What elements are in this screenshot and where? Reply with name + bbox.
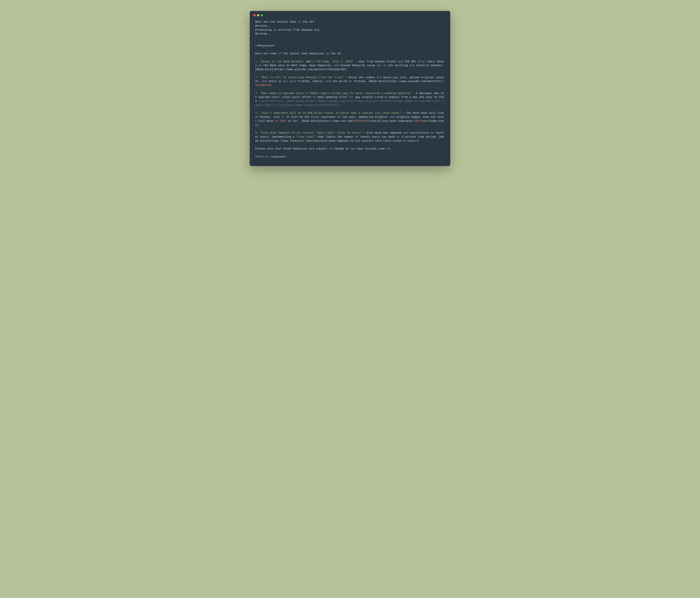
title-bar [250, 11, 450, 18]
token-default [258, 76, 260, 79]
token-default: -users/) [406, 140, 419, 142]
token-default: that limits the number [316, 135, 355, 138]
token-number: 2023 [414, 120, 421, 123]
token-keyword: after [418, 60, 426, 63]
token-keyword: with [290, 80, 296, 83]
token-default [381, 64, 383, 67]
blank-line [255, 36, 445, 40]
blank-line [255, 107, 445, 111]
token-default: the latest news headlines [281, 52, 326, 55]
terminal-line: Here are some of the latest news headlin… [255, 52, 445, 56]
token-string: "Man named in Supreme Court's LGBTQ righ… [260, 92, 411, 95]
token-default: - Enjoy the videos [344, 76, 377, 79]
token-number: 1. [255, 60, 258, 63]
token-default: the world [331, 80, 349, 83]
terminal-line: Please note that these headlines are sub… [255, 147, 445, 151]
token-default: IYO SKY [403, 60, 418, 63]
token-default: == [255, 155, 258, 158]
token-keyword: and [334, 64, 339, 67]
terminal-line: 4. "July's supermoon will be 14,000 mile… [255, 111, 445, 127]
token-default: It will be the first supermoon [285, 116, 337, 119]
token-default [258, 92, 260, 95]
token-keyword: and [262, 80, 267, 83]
token-keyword: to [312, 96, 316, 99]
token-keyword: new [403, 131, 408, 134]
token-keyword: of [337, 116, 341, 119]
token-default: - Elon Musk has imposed [362, 131, 403, 134]
token-default: - The buck moon will rise [401, 111, 446, 115]
token-default: Here are some [255, 52, 278, 55]
token-string: "Elon Musk Imposes Strict Twitter 'Rate … [260, 131, 362, 134]
token-default: YouTube. [Read more](https://www.youtube… [352, 80, 441, 83]
token-keyword: of [265, 155, 268, 158]
token-string: "Xbox vs FTC: 12 Surprising Reveals From… [260, 76, 344, 79]
token-keyword: of [383, 64, 386, 67]
token-default: Working... [255, 24, 272, 27]
token-number: 2023 [354, 120, 360, 123]
terminal-line: 3. "Man named in Supreme Court's LGBTQ r… [255, 92, 445, 107]
token-default: the US? [301, 20, 314, 23]
token-default: news stories come [355, 147, 386, 150]
token-default: the US: [329, 52, 342, 55]
token-default: make wedding sites [316, 96, 349, 99]
token-default: change as [332, 147, 350, 150]
token-default: / [365, 120, 367, 123]
token-number: 02 [367, 120, 370, 123]
token-keyword: in [326, 52, 329, 55]
terminal-line: Working... [255, 32, 445, 36]
token-default: the Bank wins as Matt Camp, Ryan Pappoll… [262, 64, 334, 67]
token-number: 2023 [280, 120, 286, 123]
blank-line [255, 143, 445, 147]
blank-line [255, 48, 445, 52]
token-default: response== [268, 155, 286, 158]
token-default [278, 120, 280, 123]
token-number: 3. [255, 92, 258, 95]
token-default: Working... [255, 32, 272, 35]
terminal-window: What are the lastest news in the US?Work… [250, 11, 450, 166]
token-keyword: and [377, 76, 381, 79]
terminal-line: 2. "Xbox vs FTC: 12 Surprising Reveals F… [255, 76, 445, 88]
maximize-icon[interactable] [261, 14, 263, 17]
terminal-line: ==End of response== [255, 155, 445, 159]
token-default: /world/july-buck-supermoon- [370, 120, 414, 123]
token-default: . [390, 147, 391, 150]
token-default: share it [267, 80, 283, 83]
token-number: 31 [273, 28, 277, 31]
terminal-line: Working... [255, 24, 445, 28]
terminal-line: What are the lastest news in the US? [255, 20, 445, 24]
terminal-content[interactable]: What are the lastest news in the US?Work… [250, 18, 450, 166]
token-comment: 't work with her. [Read more](https://ww… [255, 100, 444, 107]
token-keyword: and [398, 60, 403, 63]
token-number: 3. [281, 116, 285, 119]
token-default [288, 80, 290, 83]
close-icon[interactable] [253, 14, 255, 17]
token-default: What are the lastest news [255, 20, 298, 23]
token-string: "rate limit" [296, 135, 316, 138]
token-default: Monday, July [258, 116, 281, 119]
token-keyword: in [258, 64, 262, 67]
token-keyword: End [258, 155, 264, 158]
blank-line [255, 40, 445, 44]
token-keyword: and [390, 116, 395, 119]
token-keyword: on [349, 80, 352, 83]
minimize-icon[interactable] [257, 14, 259, 17]
token-default: / [360, 120, 362, 123]
token-string: "Money in the Bank Rundown: WWE's The Bu… [260, 60, 354, 63]
token-keyword: on [431, 131, 434, 134]
token-default [258, 111, 260, 115]
token-number: 5. [255, 131, 258, 134]
token-keyword: in [298, 20, 301, 23]
token-default: restrictions [408, 131, 431, 134]
token-number: 07 [362, 120, 365, 123]
blank-line [255, 56, 445, 60]
blank-line [255, 88, 445, 92]
token-keyword: new [350, 147, 355, 150]
blank-line [255, 151, 445, 155]
token-keyword: and [326, 80, 331, 83]
blank-line [255, 127, 445, 131]
token-default: the year, appearing brighter [341, 116, 390, 119]
token-default: - Hear from Damian Priest [354, 60, 398, 63]
token-default: Kazeem Famuyide recap [339, 64, 377, 67]
token-default: so far. [Read more](https://www.cnn.com/ [286, 120, 354, 123]
terminal-line: 5. "Elon Musk Imposes Strict Twitter 'Ra… [255, 131, 445, 143]
